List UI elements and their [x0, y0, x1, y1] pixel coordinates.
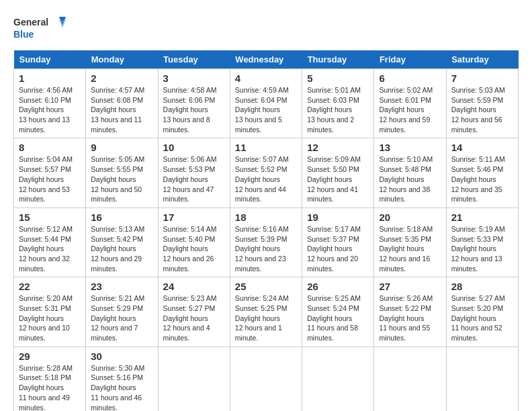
calendar-cell: 5 Sunrise: 5:01 AMSunset: 6:03 PMDayligh… — [302, 69, 374, 138]
day-info: Sunrise: 4:56 AMSunset: 6:10 PMDaylight … — [19, 85, 81, 134]
day-info: Sunrise: 5:28 AMSunset: 5:18 PMDaylight … — [19, 363, 81, 411]
day-info: Sunrise: 5:03 AMSunset: 5:59 PMDaylight … — [451, 85, 513, 134]
calendar-cell: 3 Sunrise: 4:58 AMSunset: 6:06 PMDayligh… — [158, 69, 230, 138]
day-info: Sunrise: 5:30 AMSunset: 5:16 PMDaylight … — [91, 363, 152, 411]
calendar-cell: 17 Sunrise: 5:14 AMSunset: 5:40 PMDaylig… — [158, 208, 230, 277]
day-info: Sunrise: 5:16 AMSunset: 5:39 PMDaylight … — [235, 224, 297, 273]
day-info: Sunrise: 5:07 AMSunset: 5:52 PMDaylight … — [235, 154, 297, 203]
weekday-header-thursday: Thursday — [302, 50, 374, 69]
weekday-header-tuesday: Tuesday — [158, 50, 230, 69]
day-info: Sunrise: 5:23 AMSunset: 5:27 PMDaylight … — [163, 293, 225, 342]
calendar-cell: 2 Sunrise: 4:57 AMSunset: 6:08 PMDayligh… — [86, 69, 158, 138]
day-number: 24 — [163, 281, 225, 292]
day-number: 6 — [379, 73, 441, 84]
svg-text:General: General — [13, 17, 48, 28]
calendar-cell: 26 Sunrise: 5:25 AMSunset: 5:24 PMDaylig… — [302, 277, 374, 347]
day-number: 15 — [19, 212, 81, 223]
day-number: 28 — [451, 281, 513, 292]
day-number: 25 — [235, 281, 297, 292]
day-info: Sunrise: 5:17 AMSunset: 5:37 PMDaylight … — [307, 224, 369, 273]
svg-text:Blue: Blue — [13, 29, 34, 40]
day-info: Sunrise: 5:25 AMSunset: 5:24 PMDaylight … — [307, 293, 369, 342]
weekday-header-saturday: Saturday — [446, 50, 518, 69]
day-info: Sunrise: 5:06 AMSunset: 5:53 PMDaylight … — [163, 154, 225, 203]
day-number: 27 — [379, 281, 441, 292]
day-number: 19 — [307, 212, 369, 223]
day-number: 13 — [379, 142, 441, 153]
weekday-header-friday: Friday — [374, 50, 446, 69]
week-row-1: 1 Sunrise: 4:56 AMSunset: 6:10 PMDayligh… — [14, 69, 519, 138]
day-number: 21 — [451, 212, 513, 223]
day-info: Sunrise: 5:24 AMSunset: 5:25 PMDaylight … — [235, 293, 297, 342]
calendar-cell: 20 Sunrise: 5:18 AMSunset: 5:35 PMDaylig… — [374, 208, 446, 277]
day-info: Sunrise: 5:11 AMSunset: 5:46 PMDaylight … — [451, 154, 513, 203]
day-number: 3 — [163, 73, 225, 84]
day-info: Sunrise: 5:14 AMSunset: 5:40 PMDaylight … — [163, 224, 225, 273]
weekday-header-monday: Monday — [86, 50, 158, 69]
day-number: 11 — [235, 142, 297, 153]
day-number: 22 — [19, 281, 81, 292]
calendar-cell: 29 Sunrise: 5:28 AMSunset: 5:18 PMDaylig… — [14, 347, 86, 411]
day-info: Sunrise: 5:01 AMSunset: 6:03 PMDaylight … — [307, 85, 369, 134]
svg-marker-3 — [59, 20, 66, 28]
calendar-cell: 14 Sunrise: 5:11 AMSunset: 5:46 PMDaylig… — [446, 138, 518, 208]
day-info: Sunrise: 5:21 AMSunset: 5:29 PMDaylight … — [91, 293, 152, 342]
logo: General Blue — [13, 13, 67, 44]
calendar-cell: 15 Sunrise: 5:12 AMSunset: 5:44 PMDaylig… — [14, 208, 86, 277]
calendar-cell — [446, 347, 518, 411]
day-number: 17 — [163, 212, 225, 223]
calendar-cell: 7 Sunrise: 5:03 AMSunset: 5:59 PMDayligh… — [446, 69, 518, 138]
week-row-2: 8 Sunrise: 5:04 AMSunset: 5:57 PMDayligh… — [14, 138, 519, 208]
calendar-cell: 21 Sunrise: 5:19 AMSunset: 5:33 PMDaylig… — [446, 208, 518, 277]
calendar-cell: 19 Sunrise: 5:17 AMSunset: 5:37 PMDaylig… — [302, 208, 374, 277]
day-number: 2 — [91, 73, 152, 84]
calendar-cell: 25 Sunrise: 5:24 AMSunset: 5:25 PMDaylig… — [230, 277, 302, 347]
calendar-cell: 28 Sunrise: 5:27 AMSunset: 5:20 PMDaylig… — [446, 277, 518, 347]
logo-svg: General Blue — [13, 13, 67, 44]
calendar-cell — [158, 347, 230, 411]
calendar-cell: 24 Sunrise: 5:23 AMSunset: 5:27 PMDaylig… — [158, 277, 230, 347]
day-number: 7 — [451, 73, 513, 84]
day-info: Sunrise: 5:05 AMSunset: 5:55 PMDaylight … — [91, 154, 152, 203]
day-info: Sunrise: 5:27 AMSunset: 5:20 PMDaylight … — [451, 293, 513, 342]
calendar-table: SundayMondayTuesdayWednesdayThursdayFrid… — [13, 50, 519, 411]
calendar-cell: 18 Sunrise: 5:16 AMSunset: 5:39 PMDaylig… — [230, 208, 302, 277]
day-info: Sunrise: 5:09 AMSunset: 5:50 PMDaylight … — [307, 154, 369, 203]
day-number: 14 — [451, 142, 513, 153]
calendar-cell: 30 Sunrise: 5:30 AMSunset: 5:16 PMDaylig… — [86, 347, 158, 411]
day-number: 29 — [19, 351, 81, 362]
day-number: 30 — [91, 351, 152, 362]
day-info: Sunrise: 4:58 AMSunset: 6:06 PMDaylight … — [163, 85, 225, 134]
weekday-header-sunday: Sunday — [14, 50, 86, 69]
week-row-5: 29 Sunrise: 5:28 AMSunset: 5:18 PMDaylig… — [14, 347, 519, 411]
weekday-header-row: SundayMondayTuesdayWednesdayThursdayFrid… — [14, 50, 519, 69]
calendar-cell: 10 Sunrise: 5:06 AMSunset: 5:53 PMDaylig… — [158, 138, 230, 208]
calendar-cell: 27 Sunrise: 5:26 AMSunset: 5:22 PMDaylig… — [374, 277, 446, 347]
day-number: 10 — [163, 142, 225, 153]
day-number: 5 — [307, 73, 369, 84]
calendar-cell: 23 Sunrise: 5:21 AMSunset: 5:29 PMDaylig… — [86, 277, 158, 347]
calendar-cell: 13 Sunrise: 5:10 AMSunset: 5:48 PMDaylig… — [374, 138, 446, 208]
calendar-cell: 9 Sunrise: 5:05 AMSunset: 5:55 PMDayligh… — [86, 138, 158, 208]
weekday-header-wednesday: Wednesday — [230, 50, 302, 69]
calendar-cell: 8 Sunrise: 5:04 AMSunset: 5:57 PMDayligh… — [14, 138, 86, 208]
day-info: Sunrise: 4:57 AMSunset: 6:08 PMDaylight … — [91, 85, 152, 134]
day-info: Sunrise: 5:26 AMSunset: 5:22 PMDaylight … — [379, 293, 441, 342]
day-info: Sunrise: 5:12 AMSunset: 5:44 PMDaylight … — [19, 224, 81, 273]
calendar-cell: 12 Sunrise: 5:09 AMSunset: 5:50 PMDaylig… — [302, 138, 374, 208]
day-info: Sunrise: 4:59 AMSunset: 6:04 PMDaylight … — [235, 85, 297, 134]
calendar-cell — [374, 347, 446, 411]
day-info: Sunrise: 5:19 AMSunset: 5:33 PMDaylight … — [451, 224, 513, 273]
day-number: 12 — [307, 142, 369, 153]
week-row-4: 22 Sunrise: 5:20 AMSunset: 5:31 PMDaylig… — [14, 277, 519, 347]
day-info: Sunrise: 5:10 AMSunset: 5:48 PMDaylight … — [379, 154, 441, 203]
calendar-cell: 1 Sunrise: 4:56 AMSunset: 6:10 PMDayligh… — [14, 69, 86, 138]
day-number: 9 — [91, 142, 152, 153]
day-number: 4 — [235, 73, 297, 84]
calendar-cell: 11 Sunrise: 5:07 AMSunset: 5:52 PMDaylig… — [230, 138, 302, 208]
week-row-3: 15 Sunrise: 5:12 AMSunset: 5:44 PMDaylig… — [14, 208, 519, 277]
calendar-cell — [230, 347, 302, 411]
calendar-cell: 16 Sunrise: 5:13 AMSunset: 5:42 PMDaylig… — [86, 208, 158, 277]
day-number: 23 — [91, 281, 152, 292]
day-number: 8 — [19, 142, 81, 153]
